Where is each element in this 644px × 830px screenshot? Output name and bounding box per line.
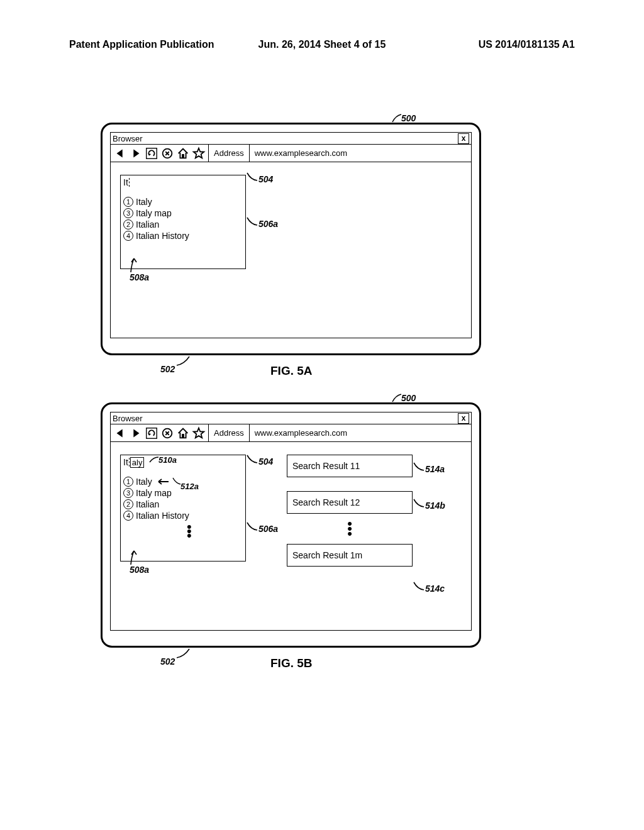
figure-caption-5b: FIG. 5B (270, 656, 313, 670)
address-value[interactable]: www.examplesearch.com (250, 145, 471, 162)
suggestion-item[interactable]: 2Italian (123, 219, 243, 230)
browser-titlebar: Browser x (110, 132, 472, 145)
address-label: Address (209, 145, 250, 162)
browser-toolbar: Address www.examplesearch.com (110, 145, 472, 162)
ref-506a: 506a (258, 219, 278, 229)
svg-rect-2 (147, 428, 157, 438)
ref-502: 502 (160, 364, 175, 374)
ref-506a: 506a (258, 524, 278, 534)
figure-5b: 500 Browser x Address www.examplesearch.… (101, 402, 481, 648)
search-results: Search Result 11 Search Result 12 ••• Se… (287, 455, 413, 567)
suggestion-item[interactable]: 2Italian (123, 499, 243, 509)
ref-514c: 514c (425, 584, 445, 594)
suggestion-item[interactable]: 1Italy (123, 197, 243, 207)
browser-titlebar: Browser x (110, 412, 472, 424)
header-left: Patent Application Publication (69, 39, 238, 50)
stop-icon[interactable] (160, 147, 174, 160)
search-input[interactable]: Italy (123, 456, 144, 468)
autocomplete-text: aly (130, 457, 145, 468)
header-right: US 2014/0181135 A1 (406, 39, 575, 50)
ref-514b: 514b (425, 501, 445, 511)
device-frame: Browser x Address www.examplesearch.com (101, 402, 481, 648)
browser-toolbar: Address www.examplesearch.com (110, 424, 472, 442)
forward-icon[interactable] (129, 426, 143, 440)
header-center: Jun. 26, 2014 Sheet 4 of 15 (238, 39, 406, 50)
content-area: It 1Italy 3Italy map 2Italian 4Italian H… (110, 162, 472, 338)
ref-514a: 514a (425, 464, 445, 474)
arrow-left-icon (156, 478, 170, 485)
back-icon[interactable] (113, 426, 127, 440)
ellipsis-icon: ••• (187, 524, 192, 538)
ref-512a: 512a (180, 482, 199, 491)
favorite-icon[interactable] (192, 147, 206, 160)
browser-title: Browser (113, 414, 143, 423)
refresh-icon[interactable] (145, 147, 158, 160)
back-icon[interactable] (113, 147, 127, 160)
refresh-icon[interactable] (145, 426, 158, 440)
search-input[interactable]: It (123, 177, 130, 188)
forward-icon[interactable] (129, 147, 143, 160)
figure-5a: 500 Browser x Address www.ex (101, 123, 481, 355)
ref-504: 504 (258, 456, 273, 467)
ref-508a: 508a (130, 565, 149, 575)
svg-rect-0 (147, 148, 157, 158)
content-area: Italy 510a 1Italy 3Italy map 2Italian 4I… (110, 442, 472, 631)
ref-510a: 510a (158, 455, 177, 465)
suggestion-item[interactable]: 4Italian History (123, 511, 243, 521)
ellipsis-icon: ••• (287, 521, 413, 536)
ref-500: 500 (401, 393, 416, 403)
stop-icon[interactable] (160, 426, 174, 440)
text-cursor (129, 458, 130, 467)
figure-caption-5a: FIG. 5A (270, 364, 313, 378)
page-header: Patent Application Publication Jun. 26, … (0, 39, 644, 55)
text-cursor (129, 178, 130, 187)
device-frame: Browser x Address www.examplesearch.com (101, 123, 481, 355)
result-item[interactable]: Search Result 1m (287, 544, 413, 567)
ref-504: 504 (258, 174, 273, 184)
close-button[interactable]: x (458, 133, 469, 144)
favorite-icon[interactable] (192, 426, 206, 440)
browser-title: Browser (113, 134, 143, 143)
ref-508a: 508a (130, 272, 149, 282)
suggestion-panel: It 1Italy 3Italy map 2Italian 4Italian H… (120, 175, 246, 269)
home-icon[interactable] (176, 147, 190, 160)
suggestion-item[interactable]: 3Italy map (123, 208, 243, 218)
result-item[interactable]: Search Result 12 (287, 491, 413, 514)
address-label: Address (209, 424, 250, 441)
result-item[interactable]: Search Result 11 (287, 455, 413, 477)
suggestion-panel: Italy 510a 1Italy 3Italy map 2Italian 4I… (120, 455, 246, 562)
ref-500: 500 (401, 113, 416, 123)
close-button[interactable]: x (458, 413, 469, 424)
suggestion-list: 1Italy 3Italy map 2Italian 4Italian Hist… (123, 197, 243, 241)
ref-502: 502 (160, 656, 175, 667)
home-icon[interactable] (176, 426, 190, 440)
address-value[interactable]: www.examplesearch.com (250, 424, 471, 441)
suggestion-item[interactable]: 4Italian History (123, 231, 243, 241)
